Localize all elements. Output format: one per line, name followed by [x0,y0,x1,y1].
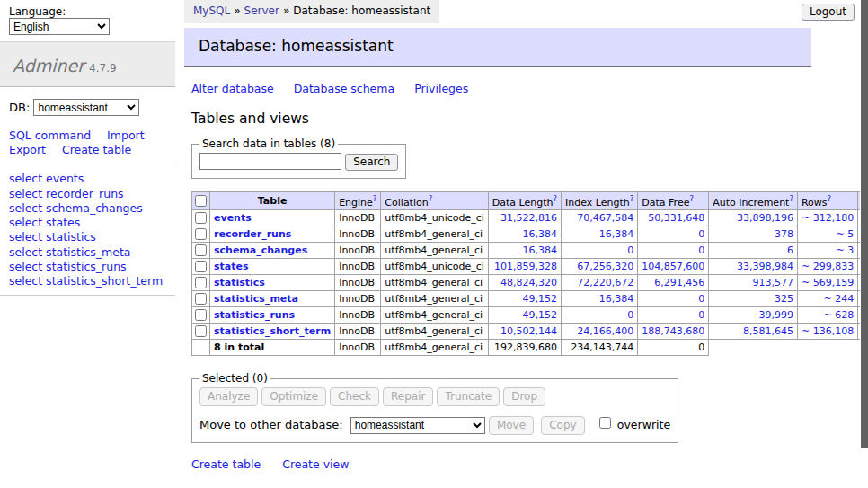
help-link[interactable]: ? [429,194,433,203]
index-length-cell[interactable]: 72,220,672 [562,275,638,291]
sidebar-select-link[interactable]: select statistics_meta [9,245,166,259]
row-checkbox[interactable] [195,277,207,288]
db-action-link[interactable]: Privileges [414,82,468,95]
copy-button[interactable]: Copy [541,416,584,435]
overwrite-checkbox[interactable] [599,417,611,429]
sidebar-action-link[interactable]: Import [107,129,145,142]
auto-increment-cell[interactable]: 33,398,984 [709,259,798,275]
sidebar-select-link[interactable]: select events [9,172,166,185]
data-free-cell[interactable]: 0 [638,291,709,307]
index-length-cell[interactable]: 16,384 [562,226,638,243]
table-name-link[interactable]: events [214,212,252,224]
index-length-cell[interactable]: 0 [562,243,638,259]
rows-cell[interactable]: ~ 5 [797,226,857,243]
data-length-cell[interactable]: 49,152 [488,291,561,307]
sidebar-select-link[interactable]: select states [9,216,166,229]
table-name-link[interactable]: states [214,261,249,272]
index-length-cell[interactable]: 67,256,320 [562,259,638,275]
data-length-cell[interactable]: 48,824,320 [488,275,561,291]
db-action-link[interactable]: Alter database [191,82,274,95]
db-select[interactable]: homeassistant [33,99,139,116]
table-name-link[interactable]: statistics [214,277,265,288]
rows-cell[interactable]: ~ 3 [797,243,857,259]
rows-cell[interactable]: ~ 244 [797,291,857,307]
sidebar-select-link[interactable]: select recorder_runs [9,187,166,200]
breadcrumb-link[interactable]: Server [244,4,279,17]
help-link[interactable]: ? [630,194,634,203]
auto-increment-cell[interactable]: 325 [709,291,798,307]
row-checkbox[interactable] [195,261,207,272]
repair-button[interactable]: Repair [383,387,433,406]
index-length-cell[interactable]: 70,467,584 [562,210,638,226]
data-free-cell[interactable]: 188,743,680 [638,324,709,340]
auto-increment-cell[interactable]: 913,577 [709,275,798,291]
analyze-button[interactable]: Analyze [199,387,258,406]
data-free-cell[interactable]: 0 [638,307,709,324]
auto-increment-cell[interactable]: 33,898,196 [709,210,798,226]
create-link[interactable]: Create view [282,457,349,471]
drop-button[interactable]: Drop [503,387,545,406]
table-name-link[interactable]: recorder_runs [214,228,291,240]
auto-increment-cell[interactable]: 8,581,645 [709,324,798,340]
help-link[interactable]: ? [689,194,694,203]
rows-cell[interactable]: ~ 312,180 [797,210,857,226]
row-checkbox[interactable] [195,309,207,321]
sidebar-action-link[interactable]: Export [9,143,46,156]
move-db-select[interactable]: homeassistant [350,417,485,434]
data-length-cell[interactable]: 31,522,816 [488,210,561,226]
row-checkbox[interactable] [195,228,207,240]
help-link[interactable]: ? [828,194,832,203]
table-name-link[interactable]: statistics_runs [214,309,295,321]
data-free-cell[interactable]: 0 [638,226,709,243]
table-name-link[interactable]: schema_changes [214,244,307,256]
table-name-link[interactable]: statistics_meta [214,293,298,305]
index-length-cell[interactable]: 16,384 [562,291,638,307]
sidebar-action-link[interactable]: Create table [62,143,131,156]
rows-cell[interactable]: ~ 569,159 [797,275,857,291]
search-button[interactable]: Search [345,154,398,171]
sidebar-select-link[interactable]: select statistics [9,230,166,244]
row-checkbox[interactable] [195,293,207,305]
rows-cell[interactable]: ~ 136,108 [797,324,857,340]
row-checkbox[interactable] [195,325,207,337]
data-free-cell[interactable]: 6,291,456 [638,275,709,291]
db-action-link[interactable]: Database schema [294,82,394,95]
data-length-cell[interactable]: 16,384 [488,243,561,259]
scrollbar-thumb[interactable] [861,0,868,448]
optimize-button[interactable]: Optimize [261,387,326,406]
data-free-cell[interactable]: 0 [638,243,709,259]
auto-increment-cell[interactable]: 378 [709,226,798,243]
data-length-cell[interactable]: 16,384 [488,226,561,243]
move-button[interactable]: Move [489,416,534,435]
search-input[interactable] [199,153,341,170]
help-link[interactable]: ? [554,194,558,203]
row-checkbox[interactable] [195,244,207,256]
rows-cell[interactable]: ~ 628 [797,307,857,324]
data-length-cell[interactable]: 10,502,144 [488,324,561,340]
help-link[interactable]: ? [789,194,793,203]
help-link[interactable]: ? [373,194,377,203]
check-button[interactable]: Check [330,387,379,406]
index-length-cell[interactable]: 24,166,400 [562,324,638,340]
sidebar-action-link[interactable]: SQL command [9,129,91,142]
logout-button[interactable]: Logout [802,4,855,21]
data-length-cell[interactable]: 49,152 [488,307,561,324]
truncate-button[interactable]: Truncate [437,387,500,406]
sidebar-select-link[interactable]: select statistics_short_term [9,274,166,288]
auto-increment-cell[interactable]: 6 [709,243,798,259]
row-checkbox[interactable] [195,212,207,224]
create-link[interactable]: Create table [191,457,261,471]
select-all-checkbox[interactable] [195,195,207,207]
rows-cell[interactable]: ~ 299,833 [797,259,857,275]
sidebar-select-link[interactable]: select statistics_runs [9,260,166,273]
breadcrumb-link[interactable]: MySQL [193,4,230,17]
sidebar-select-link[interactable]: select schema_changes [9,201,166,215]
language-select[interactable]: English [9,18,110,35]
index-length-cell[interactable]: 0 [562,307,638,324]
auto-increment-cell[interactable]: 39,999 [709,307,798,324]
data-free-cell[interactable]: 104,857,600 [638,259,709,275]
data-length-cell[interactable]: 101,859,328 [488,259,561,275]
data-free-cell[interactable]: 50,331,648 [638,210,709,226]
page-scrollbar[interactable] [860,0,868,488]
table-name-link[interactable]: statistics_short_term [214,325,331,337]
